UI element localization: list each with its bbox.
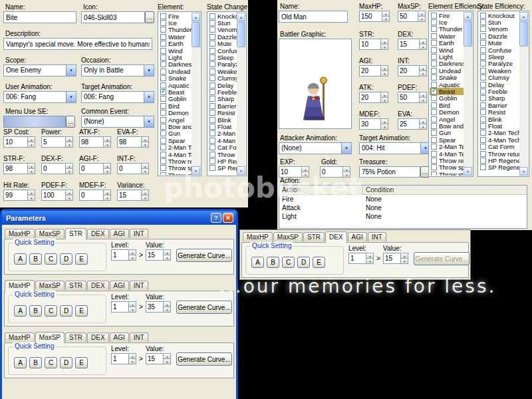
stat-input[interactable]: [79, 163, 103, 174]
stat-input[interactable]: [359, 92, 380, 103]
state-efficiency-item[interactable]: Float: [479, 122, 519, 129]
state-efficiency-item[interactable]: Paralyze: [479, 61, 519, 67]
stat-input[interactable]: [117, 136, 141, 148]
spin-up-icon[interactable]: [382, 11, 390, 17]
checkbox[interactable]: [209, 130, 215, 136]
spinner-arrows[interactable]: [342, 166, 350, 178]
tab-agi[interactable]: AGI: [110, 229, 129, 238]
checkbox[interactable]: [480, 26, 486, 32]
checkbox[interactable]: [431, 151, 437, 157]
spin-up-icon[interactable]: [419, 65, 427, 71]
checkbox[interactable]: [480, 158, 486, 164]
checkbox[interactable]: [160, 138, 166, 144]
checkbox[interactable]: [160, 165, 166, 171]
state-efficiency-item[interactable]: Resist: [479, 108, 519, 115]
spin-up-icon[interactable]: [103, 163, 111, 169]
quick-e-button[interactable]: E: [313, 257, 325, 268]
quick-b-button[interactable]: B: [29, 253, 42, 265]
spinner-arrows[interactable]: [128, 301, 136, 313]
spin-down-icon[interactable]: [141, 196, 149, 201]
spin-up-icon[interactable]: [27, 163, 35, 169]
state-efficiency-item[interactable]: Confuse: [479, 47, 519, 53]
scrollbar[interactable]: [464, 12, 472, 176]
checkbox[interactable]: [431, 54, 437, 60]
checkbox[interactable]: [209, 138, 215, 144]
spin-down-icon[interactable]: [141, 169, 149, 174]
generate-curve-button[interactable]: Generate Curve...: [176, 352, 232, 366]
common-event-select[interactable]: (None): [81, 116, 154, 128]
checkbox[interactable]: [480, 144, 486, 150]
state-efficiency-item[interactable]: 2-Man Tech: [479, 130, 519, 136]
spin-up-icon[interactable]: [380, 92, 388, 98]
tab-dex[interactable]: DEX: [325, 231, 347, 243]
spin-down-icon[interactable]: [27, 196, 35, 201]
element-item[interactable]: Light: [159, 54, 192, 61]
stat-spinner[interactable]: [359, 118, 388, 130]
checkbox[interactable]: [431, 74, 437, 80]
stat-spinner[interactable]: [398, 92, 427, 103]
checkbox[interactable]: [160, 55, 166, 61]
checkbox[interactable]: [160, 117, 166, 123]
maxsp-input[interactable]: [398, 11, 418, 22]
quick-a-button[interactable]: A: [251, 257, 264, 268]
icon-browse-button[interactable]: [145, 11, 154, 23]
state-item[interactable]: Delay: [208, 82, 237, 88]
spinner-arrows[interactable]: [419, 118, 427, 130]
element-item[interactable]: Spear: [159, 137, 192, 144]
checkbox[interactable]: [160, 20, 166, 26]
state-item[interactable]: Confuse: [208, 47, 237, 54]
checkbox[interactable]: [209, 20, 215, 26]
checkbox[interactable]: [431, 68, 437, 74]
element-efficiency-item[interactable]: Water: [430, 33, 464, 39]
tab-maxhp[interactable]: MaxHP: [5, 332, 35, 342]
state-item[interactable]: Venom: [208, 27, 237, 33]
spin-up-icon[interactable]: [380, 39, 388, 45]
scrollbar-thumb[interactable]: [464, 21, 472, 47]
attacker-animation-select[interactable]: (None): [279, 142, 352, 154]
checkbox[interactable]: [431, 137, 437, 143]
tab-agi[interactable]: AGI: [110, 281, 129, 290]
state-efficiency-item[interactable]: Stun: [479, 19, 519, 25]
element-item[interactable]: Ice: [159, 19, 192, 26]
checkbox[interactable]: [480, 123, 486, 129]
spin-up-icon[interactable]: [27, 190, 35, 196]
quick-d-button[interactable]: D: [60, 357, 72, 368]
spin-down-icon[interactable]: [27, 169, 35, 174]
scrollbar-thumb[interactable]: [192, 22, 200, 47]
tab-dex[interactable]: DEX: [87, 332, 109, 342]
spin-down-icon[interactable]: [380, 71, 388, 76]
element-item[interactable]: Throw straig: [159, 172, 192, 175]
state-item[interactable]: Float: [208, 123, 237, 130]
checkbox[interactable]: [480, 137, 486, 143]
checkbox[interactable]: [209, 68, 215, 74]
chevron-down-icon[interactable]: [144, 92, 154, 102]
element-item[interactable]: Undead: [159, 68, 192, 74]
scroll-up-icon[interactable]: [237, 13, 245, 21]
level-input[interactable]: [348, 253, 366, 264]
close-button[interactable]: [223, 213, 233, 223]
checkbox[interactable]: [209, 27, 215, 33]
state-item[interactable]: SP Regenera: [208, 165, 237, 172]
stat-input[interactable]: [3, 190, 27, 201]
spin-down-icon[interactable]: [419, 98, 427, 103]
state-item[interactable]: Weaken: [208, 68, 237, 74]
element-efficiency-item[interactable]: Spear: [430, 136, 464, 143]
spinner-arrows[interactable]: [163, 301, 171, 313]
checkbox[interactable]: [209, 152, 215, 158]
quick-d-button[interactable]: D: [60, 305, 72, 317]
checkbox[interactable]: [431, 102, 437, 108]
checkbox[interactable]: [431, 172, 437, 176]
spin-down-icon[interactable]: [380, 98, 388, 103]
condition-column-header[interactable]: Condition: [363, 186, 394, 194]
element-efficiency-item[interactable]: Bird: [430, 102, 464, 108]
value-input[interactable]: [146, 301, 163, 313]
chevron-down-icon[interactable]: [341, 143, 351, 154]
tab-str[interactable]: STR: [65, 228, 86, 239]
checkbox[interactable]: [209, 89, 215, 95]
spinner-arrows[interactable]: [141, 163, 149, 174]
quick-c-button[interactable]: C: [282, 257, 295, 268]
spin-up-icon[interactable]: [141, 136, 149, 142]
tab-agi[interactable]: AGI: [348, 232, 367, 241]
checkbox[interactable]: [480, 19, 486, 25]
element-item[interactable]: Water: [159, 33, 192, 40]
